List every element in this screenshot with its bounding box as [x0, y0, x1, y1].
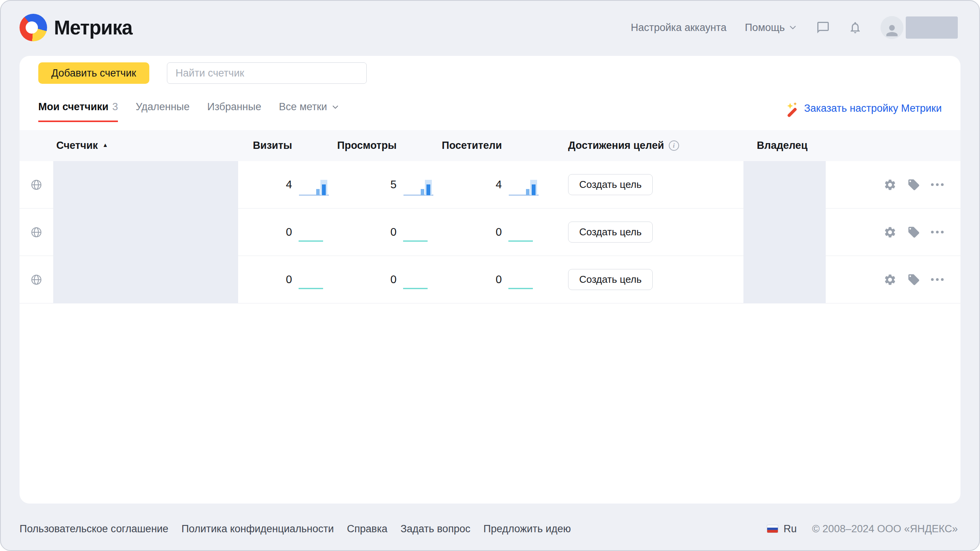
magic-wand-icon	[784, 101, 800, 118]
search-counter-input[interactable]	[167, 62, 367, 84]
avatar[interactable]	[880, 16, 903, 39]
russia-flag-icon	[767, 525, 778, 533]
views-sparkline-icon	[403, 273, 428, 292]
counter-tabs: Мои счетчики 3 Удаленные Избранные Все м…	[38, 101, 340, 122]
tab-deleted[interactable]: Удаленные	[136, 101, 189, 122]
counters-card: Добавить счетчик Мои счетчики 3 Удаленны…	[20, 56, 960, 504]
more-actions-icon[interactable]	[931, 231, 944, 233]
visits-value: 0	[238, 226, 292, 238]
tab-my-counters[interactable]: Мои счетчики 3	[38, 101, 118, 122]
chevron-down-icon	[788, 23, 798, 33]
visitors-value: 0	[441, 226, 502, 238]
create-goal-button[interactable]: Создать цель	[568, 222, 653, 243]
visitors-value: 0	[441, 273, 502, 286]
tab-my-counters-count: 3	[112, 101, 118, 113]
counter-row[interactable]: 0 0 0 Создать цель	[20, 209, 960, 256]
more-actions-icon[interactable]	[931, 183, 944, 186]
col-counter-label: Счетчик	[56, 140, 98, 152]
table-header: Счетчик ▲ Визиты Просмотры Посетители До…	[20, 130, 960, 161]
views-value: 0	[336, 226, 397, 238]
settings-gear-icon[interactable]	[884, 273, 897, 286]
metrika-logo-icon	[20, 14, 47, 41]
owner-redacted	[743, 161, 826, 209]
info-icon[interactable]: i	[669, 140, 679, 151]
col-views: Просмотры	[336, 140, 397, 152]
page-footer: Пользовательское соглашение Политика кон…	[20, 517, 958, 540]
metrika-counters-page: Метрика Настройка аккаунта Помощь	[0, 0, 980, 551]
col-visitors: Посетители	[441, 140, 502, 152]
counter-name-redacted	[53, 209, 238, 256]
all-tags-label: Все метки	[279, 101, 327, 113]
owner-redacted	[743, 209, 826, 256]
logo-text: Метрика	[54, 16, 132, 39]
visits-value: 4	[238, 178, 292, 191]
create-goal-button[interactable]: Создать цель	[568, 269, 653, 290]
counter-name-redacted	[53, 256, 238, 303]
footer-link-help[interactable]: Справка	[347, 523, 387, 535]
footer-link-privacy-policy[interactable]: Политика конфиденциальности	[181, 523, 334, 535]
visits-sparkline-icon	[298, 273, 323, 292]
globe-icon	[30, 179, 42, 191]
visitors-value: 4	[441, 178, 502, 191]
top-bar: Метрика Настройка аккаунта Помощь	[1, 1, 979, 56]
visitors-sparkline-icon	[508, 273, 533, 292]
col-goals-label: Достижения целей	[568, 140, 664, 152]
views-value: 0	[336, 273, 397, 286]
tag-icon[interactable]	[907, 273, 920, 286]
counter-row[interactable]: 0 0 0 Создать цель	[20, 256, 960, 303]
order-setup-link[interactable]: Заказать настройку Метрики	[784, 101, 942, 118]
metrika-logo[interactable]: Метрика	[20, 14, 132, 41]
chat-icon[interactable]	[816, 21, 830, 34]
username-redacted	[906, 16, 958, 39]
visits-sparkline-icon	[298, 178, 330, 197]
tag-icon[interactable]	[907, 178, 920, 191]
counter-name-redacted	[53, 161, 238, 209]
col-goals: Достижения целей i	[546, 140, 691, 152]
user-menu[interactable]	[880, 16, 958, 39]
settings-gear-icon[interactable]	[884, 226, 897, 239]
col-counter: Счетчик ▲	[53, 130, 238, 161]
tabs-row: Мои счетчики 3 Удаленные Избранные Все м…	[20, 101, 960, 122]
account-settings-link[interactable]: Настройка аккаунта	[631, 22, 727, 34]
bell-icon[interactable]	[848, 21, 862, 34]
visits-value: 0	[238, 273, 292, 286]
footer-link-user-agreement[interactable]: Пользовательское соглашение	[20, 523, 168, 535]
help-menu[interactable]: Помощь	[745, 22, 798, 34]
globe-icon	[30, 226, 42, 238]
counter-row[interactable]: 4 5 4 Создать цель	[20, 161, 960, 209]
owner-redacted	[743, 256, 826, 303]
views-value: 5	[336, 178, 397, 191]
chevron-down-icon	[331, 103, 340, 112]
person-icon	[884, 22, 900, 39]
counters-toolbar: Добавить счетчик	[20, 62, 960, 84]
footer-link-ask-question[interactable]: Задать вопрос	[400, 523, 470, 535]
footer-link-suggest-idea[interactable]: Предложить идею	[483, 523, 571, 535]
order-setup-label: Заказать настройку Метрики	[804, 101, 942, 114]
language-switcher[interactable]: Ru	[784, 523, 797, 535]
visitors-sparkline-icon	[508, 226, 533, 245]
copyright-text: © 2008–2024 ООО «ЯНДЕКС»	[812, 523, 958, 535]
visits-sparkline-icon	[298, 226, 323, 245]
globe-icon	[30, 274, 42, 286]
settings-gear-icon[interactable]	[884, 178, 897, 191]
tag-icon[interactable]	[907, 226, 920, 239]
tab-favorites[interactable]: Избранные	[207, 101, 261, 122]
add-counter-button[interactable]: Добавить счетчик	[38, 62, 149, 84]
col-owner: Владелец	[743, 130, 826, 161]
tab-my-counters-label: Мои счетчики	[38, 101, 108, 113]
all-tags-dropdown[interactable]: Все метки	[279, 101, 340, 122]
more-actions-icon[interactable]	[931, 278, 944, 281]
footer-right: Ru © 2008–2024 ООО «ЯНДЕКС»	[767, 523, 958, 535]
help-label: Помощь	[745, 22, 785, 34]
views-sparkline-icon	[403, 226, 428, 245]
create-goal-button[interactable]: Создать цель	[568, 174, 653, 195]
sort-asc-icon[interactable]: ▲	[103, 142, 108, 148]
views-sparkline-icon	[403, 178, 435, 197]
col-visits: Визиты	[238, 140, 292, 152]
visitors-sparkline-icon	[508, 178, 540, 197]
topbar-actions: Настройка аккаунта Помощь	[631, 16, 958, 39]
